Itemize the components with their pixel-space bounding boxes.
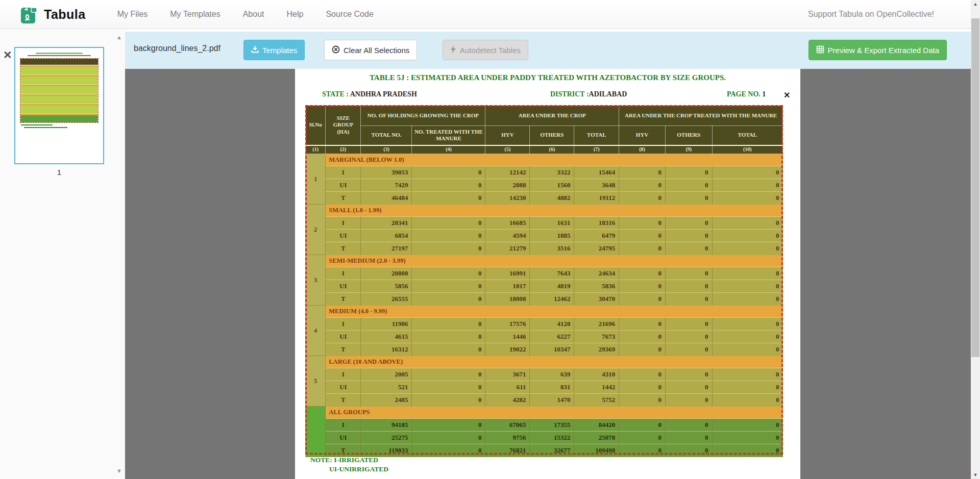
value-cell: 0	[412, 242, 485, 255]
value-cell: 0	[619, 432, 666, 444]
value-cell: 15322	[530, 432, 574, 444]
value-cell: 0	[712, 368, 782, 381]
column-number-row: (1)(2)(3)(4)(5)(6)(7)(8)(9)(10)	[306, 145, 783, 154]
header-total: TOTAL	[574, 126, 619, 145]
value-cell: 20341	[361, 217, 412, 230]
table-group: 5LARGE (10 AND ABOVE)I200503671639431000…	[306, 356, 783, 407]
table-group: 4MEDIUM (4.0 - 9.99)I1198601757641202169…	[306, 306, 783, 356]
value-cell: 9756	[485, 432, 530, 444]
page-no-value: 1	[762, 90, 766, 98]
pdf-page[interactable]: TABLE 5J : ESTIMATED AREA UNDER PADDY TR…	[295, 69, 800, 479]
group-label-row: 5LARGE (10 AND ABOVE)	[306, 356, 783, 368]
slno-cell: 3	[306, 255, 326, 306]
row-type-cell: I	[326, 318, 361, 331]
value-cell: 3516	[530, 242, 574, 255]
value-cell: 46484	[361, 192, 412, 205]
nav-item-source-code[interactable]: Source Code	[326, 10, 373, 19]
value-cell: 0	[412, 166, 485, 179]
table-group: 1MARGINAL (BELOW 1.0)I390530121423322154…	[306, 154, 783, 205]
table-row: T11903307682132677109498000	[306, 444, 783, 457]
table-row: I39053012142332215464000	[306, 166, 783, 179]
column-number-cell: (6)	[530, 145, 574, 154]
thumb-title-line	[36, 53, 83, 54]
column-number-cell: (5)	[485, 145, 530, 154]
value-cell: 84420	[574, 419, 619, 432]
value-cell: 19112	[574, 192, 619, 205]
templates-button[interactable]: Templates	[243, 40, 305, 60]
value-cell: 16991	[485, 267, 530, 280]
value-cell: 1442	[574, 381, 619, 394]
preview-export-button[interactable]: Preview & Export Extracted Data	[808, 40, 947, 60]
value-cell: 16685	[485, 217, 530, 230]
table-row: UI52106118311442000	[306, 381, 783, 394]
brand[interactable]: Tabula	[20, 5, 86, 24]
value-cell: 0	[412, 293, 485, 306]
selection-close-icon[interactable]: ✕	[783, 90, 790, 100]
district-value: ADILABAD	[589, 90, 627, 98]
group-label-cell: ALL GROUPS	[326, 407, 783, 419]
value-cell: 0	[712, 179, 782, 192]
value-cell: 39053	[361, 166, 412, 179]
value-cell: 4819	[530, 280, 574, 293]
note-line-1: NOTE: I-IRRIGATED	[310, 456, 388, 465]
value-cell: 0	[619, 318, 666, 331]
value-cell: 0	[665, 343, 712, 356]
value-cell: 0	[412, 343, 485, 356]
page-thumbnail[interactable]	[14, 47, 104, 164]
lightning-icon	[450, 45, 456, 55]
file-name: background_lines_2.pdf	[134, 44, 220, 53]
value-cell: 0	[665, 419, 712, 432]
state-field: STATE : ANDHRA PRADESH	[322, 90, 417, 98]
table-row: I2005036716394310000	[306, 368, 783, 381]
value-cell: 6854	[361, 230, 412, 242]
nav-item-about[interactable]: About	[243, 10, 264, 19]
sidebar-scroll-down-icon[interactable]: ▼	[116, 468, 122, 474]
nav-item-my-templates[interactable]: My Templates	[170, 10, 220, 19]
value-cell: 0	[619, 381, 666, 394]
value-cell: 0	[412, 381, 485, 394]
header-no-treated: NO. TREATED WITH THE MANURE	[412, 126, 485, 145]
value-cell: 0	[665, 381, 712, 394]
row-type-cell: T	[326, 192, 361, 205]
thumb-note-line	[21, 124, 53, 125]
value-cell: 67065	[485, 419, 530, 432]
value-cell: 0	[712, 343, 782, 356]
district-field: DISTRICT :ADILABAD	[550, 90, 627, 98]
scrollbar-down-icon[interactable]: ▼	[971, 471, 980, 479]
slno-cell	[306, 407, 326, 457]
clear-all-selections-button[interactable]: Clear All Selections	[324, 40, 417, 60]
value-cell: 0	[665, 166, 712, 179]
value-cell: 0	[412, 444, 485, 457]
scrollbar-thumb[interactable]	[971, 18, 979, 357]
table-row: UI74290208815603648000	[306, 179, 783, 192]
page-no-field: PAGE NO. 1	[727, 90, 766, 98]
support-link[interactable]: Support Tabula on OpenCollective!	[808, 10, 934, 19]
value-cell: 1631	[530, 217, 574, 230]
value-cell: 7429	[361, 179, 412, 192]
thumbnail-page-number: 1	[14, 168, 104, 177]
page-scrollbar[interactable]: ▲ ▼	[971, 0, 980, 479]
value-cell: 0	[619, 166, 666, 179]
value-cell: 5856	[361, 280, 412, 293]
value-cell: 25275	[361, 432, 412, 444]
group-label-cell: MARGINAL (BELOW 1.0)	[326, 154, 783, 166]
toolbar: background_lines_2.pdf Templates	[125, 32, 971, 69]
nav-item-my-files[interactable]: My Files	[117, 10, 148, 19]
nav-item-help[interactable]: Help	[287, 10, 304, 19]
value-cell: 0	[619, 242, 666, 255]
remove-file-icon[interactable]: ✕	[3, 49, 12, 60]
value-cell: 0	[619, 419, 666, 432]
group-label-cell: SEMI-MEDIUM (2.0 - 3.99)	[326, 255, 783, 267]
value-cell: 1470	[530, 394, 574, 407]
group-label-cell: LARGE (10 AND ABOVE)	[326, 356, 783, 368]
value-cell: 0	[665, 192, 712, 205]
scrollbar-up-icon[interactable]: ▲	[971, 0, 980, 8]
header-area-group: AREA UNDER THE CROP	[485, 106, 619, 126]
value-cell: 20800	[361, 267, 412, 280]
value-cell: 26555	[361, 293, 412, 306]
sidebar-scroll-up-icon[interactable]: ▲	[116, 34, 122, 40]
row-type-cell: I	[326, 368, 361, 381]
header-area-treated-group: AREA UNDER THE CROP TREATED WITH THE MAN…	[619, 106, 783, 126]
value-cell: 14230	[485, 192, 530, 205]
autodetect-tables-button[interactable]: Autodetect Tables	[443, 40, 528, 60]
